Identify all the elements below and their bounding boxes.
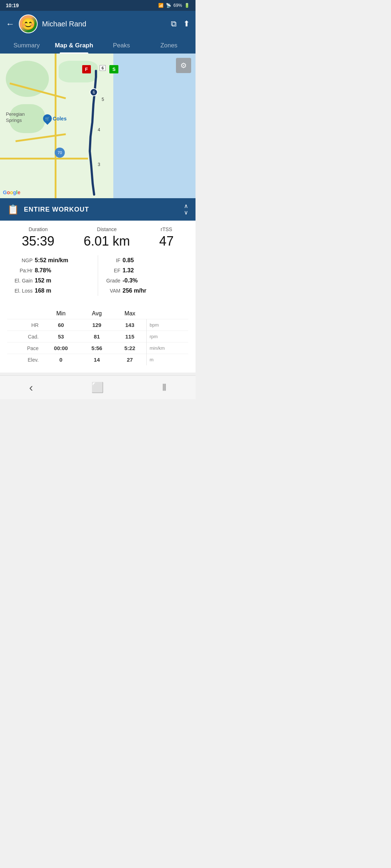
label-4: 4 [98,127,100,132]
metric-elloss: El. Loss 168 m [7,286,93,296]
table-row-pace: Pace 00:00 5:56 5:22 min/km [7,342,188,354]
metric-if: IF 0.85 [102,255,189,265]
stats-section: Duration 35:39 Distance 6.01 km rTSS 47 … [0,221,196,305]
nav-menu-button[interactable]: ⦀ [162,382,167,393]
cad-max: 115 [113,331,147,342]
pace-unit: min/km [147,342,188,354]
chevron-up-icon: ∧ [184,203,188,209]
rtss-value: 47 [159,234,174,249]
metric-elgain: El. Gain 152 m [7,276,93,286]
cad-label: Cad. [7,331,42,342]
copy-icon[interactable]: ⧉ [171,19,177,29]
status-time: 10:19 [6,3,19,8]
coles-icon: 🛒 [41,112,54,125]
share-icon[interactable]: ⬆ [183,19,190,29]
col-max-header: Max [113,308,147,319]
map-green-3 [59,61,98,82]
col-unit-header [147,308,188,319]
header: ← Michael Rand ⧉ ⬆ [0,11,196,37]
hr-unit: bpm [147,319,188,331]
elev-unit: m [147,354,188,366]
place-label-peregian: PeregianSprings [6,111,25,124]
cad-avg: 81 [80,331,113,342]
status-icons: 📶 📡 69% 🔋 [158,3,190,8]
elev-avg: 14 [80,354,113,366]
cad-min: 53 [42,331,80,342]
col-min-header: Min [42,308,80,319]
elev-label: Elev. [7,354,42,366]
distance-label: Distance [84,226,130,232]
map-settings-button[interactable]: ⚙ [176,58,191,73]
metrics-col-right: IF 0.85 EF 1.32 Grade -0.3% VAM 256 m/hr [102,255,189,296]
pace-max: 5:22 [113,342,147,354]
road-number-70: 70 [55,148,65,158]
duration-label: Duration [22,226,54,232]
pace-label: Pace [7,342,42,354]
stat-distance: Distance 6.01 km [84,226,130,249]
workout-title: ENTIRE WORKOUT [24,206,89,213]
pace-avg: 5:56 [80,342,113,354]
col-avg-header: Avg [80,308,113,319]
stat-rtss: rTSS 47 [159,226,174,249]
workout-bar[interactable]: 📋 ENTIRE WORKOUT ∧ ∨ [0,198,196,221]
elev-min: 0 [42,354,80,366]
metric-grade: Grade -0.3% [102,276,189,286]
map-ocean [113,54,196,198]
stats-top: Duration 35:39 Distance 6.01 km rTSS 47 [7,226,188,249]
tab-bar: Summary Map & Graph Peaks Zones [0,37,196,54]
coles-store-pin: 🛒 Coles [43,114,67,123]
rtss-label: rTSS [159,226,174,232]
table-row-cad: Cad. 53 81 115 rpm [7,331,188,342]
tab-map-graph[interactable]: Map & Graph [50,37,98,54]
google-logo: Google [3,190,20,195]
avatar [19,14,38,33]
hr-max: 143 [113,319,147,331]
marker-finish: F [82,65,91,73]
map-road-main [55,54,56,198]
status-bar: 10:19 📶 📡 69% 🔋 [0,0,196,11]
table-row-elev: Elev. 0 14 27 m [7,354,188,366]
stat-duration: Duration 35:39 [22,226,54,249]
workout-icon: 📋 [7,204,19,215]
metrics-divider [98,255,98,296]
col-label-header [7,308,42,319]
chevron-down-icon: ∨ [184,210,188,216]
header-action-icons: ⧉ ⬆ [171,19,190,29]
map-view[interactable]: F 6 S 6 5 4 3 70 PeregianSprings 🛒 Coles… [0,54,196,198]
metrics-table: Min Avg Max HR 60 129 143 bpm Cad. 53 81… [7,308,188,365]
bottom-nav: ‹ ⬜ ⦀ [0,375,196,399]
metric-vam: VAM 256 m/hr [102,286,189,296]
metrics-grid: NGP 5:52 min/km Pa:Hr 8.78% El. Gain 152… [7,255,188,296]
signal-icon: 📡 [166,3,171,8]
cad-unit: rpm [147,331,188,342]
battery-label: 69% [173,3,182,8]
metric-pahr: Pa:Hr 8.78% [7,265,93,276]
elev-max: 27 [113,354,147,366]
nav-back-button[interactable]: ‹ [29,381,33,394]
table-header-row: Min Avg Max [7,308,188,319]
tab-peaks[interactable]: Peaks [98,37,145,54]
tab-summary[interactable]: Summary [3,37,50,54]
workout-chevrons[interactable]: ∧ ∨ [184,203,188,216]
duration-value: 35:39 [22,234,54,249]
nav-home-button[interactable]: ⬜ [91,382,104,393]
battery-icon: 🔋 [184,3,190,8]
marker-start: S [109,65,118,73]
marker-number-6: 6 [100,65,105,71]
map-road-h1 [0,158,88,159]
hr-avg: 129 [80,319,113,331]
label-5: 5 [102,97,104,102]
metrics-col-left: NGP 5:52 min/km Pa:Hr 8.78% El. Gain 152… [7,255,93,296]
table-row-hr: HR 60 129 143 bpm [7,319,188,331]
label-3: 3 [98,162,100,167]
user-name: Michael Rand [42,20,167,28]
hr-label: HR [7,319,42,331]
tab-zones[interactable]: Zones [145,37,193,54]
wifi-icon: 📶 [158,3,164,8]
hr-min: 60 [42,319,80,331]
distance-value: 6.01 km [84,234,130,249]
back-button[interactable]: ← [6,19,14,29]
metric-ef: EF 1.32 [102,265,189,276]
metric-ngp: NGP 5:52 min/km [7,255,93,265]
pace-min: 00:00 [42,342,80,354]
